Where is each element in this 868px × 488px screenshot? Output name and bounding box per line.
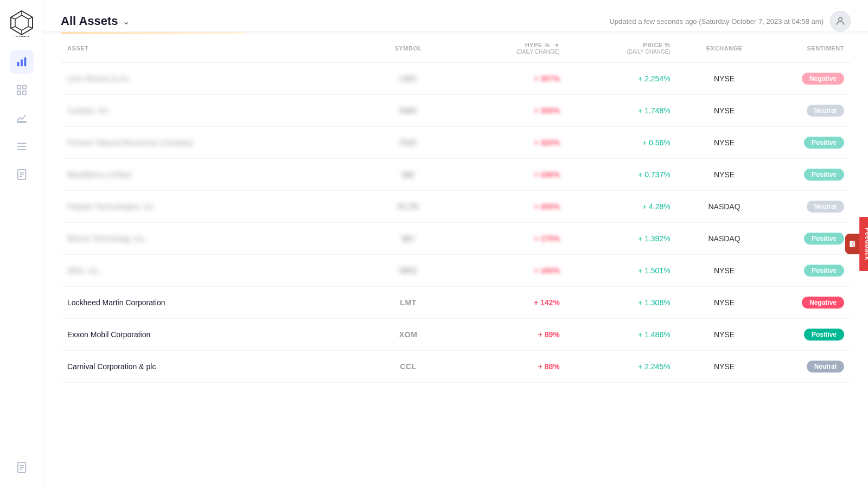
cell-sentiment: Negative xyxy=(771,287,851,319)
logo: HYPDX xyxy=(8,9,36,37)
sentiment-badge: Positive xyxy=(804,233,844,245)
cell-exchange: NYSE xyxy=(677,127,772,159)
table-row: Palantir Technologies, Inc.PLTR+ 200%+ 4… xyxy=(61,191,851,223)
nav-document[interactable] xyxy=(10,163,34,187)
table-row: Micron Technology, Inc.MU+ 175%+ 1.392%N… xyxy=(61,223,851,255)
header: All Assets ⌄ Updated a few seconds ago (… xyxy=(43,0,868,32)
cell-price: + 2.245% xyxy=(566,351,677,383)
svg-marker-1 xyxy=(15,15,28,30)
cell-sentiment: Positive xyxy=(771,159,851,191)
svg-rect-10 xyxy=(21,59,23,66)
cell-price: + 0.737% xyxy=(566,159,677,191)
sentiment-badge: Positive xyxy=(804,169,844,181)
cell-asset: NRG, Inc. xyxy=(61,255,361,287)
cell-hype: + 246% xyxy=(456,159,566,191)
cell-sentiment: Positive xyxy=(771,319,851,351)
cell-symbol: PXD xyxy=(361,127,456,159)
cell-asset: Carnival Corporation & plc xyxy=(61,351,361,383)
cell-hype: + 320% xyxy=(456,127,566,159)
cell-exchange: NYSE xyxy=(677,63,772,95)
cell-asset: Micron Technology, Inc. xyxy=(61,223,361,255)
cell-price: + 4.28% xyxy=(566,191,677,223)
cell-asset: BlackBerry Limited xyxy=(61,159,361,191)
svg-rect-12 xyxy=(17,86,20,89)
nav-dashboard[interactable] xyxy=(10,50,34,74)
sentiment-badge: Neutral xyxy=(807,361,844,373)
cell-price: + 1.748% xyxy=(566,95,677,127)
cell-sentiment: Positive xyxy=(771,127,851,159)
nav-widgets[interactable] xyxy=(10,78,34,102)
cell-exchange: NASDAQ xyxy=(677,191,772,223)
cell-asset: Palantir Technologies, Inc. xyxy=(61,191,361,223)
update-timestamp: Updated a few seconds ago (Saturday Octo… xyxy=(609,17,824,25)
svg-rect-13 xyxy=(22,86,25,89)
svg-rect-14 xyxy=(17,91,20,94)
cell-sentiment: Positive xyxy=(771,255,851,287)
sentiment-badge: Positive xyxy=(804,265,844,277)
svg-line-5 xyxy=(11,17,15,19)
sentiment-badge: Positive xyxy=(804,137,844,149)
svg-rect-9 xyxy=(17,62,19,66)
cell-symbol: CCL xyxy=(361,351,456,383)
cell-symbol: PLTR xyxy=(361,191,456,223)
header-right: Updated a few seconds ago (Saturday Octo… xyxy=(609,11,851,31)
col-header-hype[interactable]: HYPE % ▼ (DAILY CHANGE) xyxy=(456,34,566,63)
cell-hype: + 350% xyxy=(456,95,566,127)
cell-exchange: NYSE xyxy=(677,255,772,287)
cell-asset: Lockheed Martin Corporation xyxy=(61,287,361,319)
table-row: Carnival Corporation & plcCCL+ 88%+ 2.24… xyxy=(61,351,851,383)
cell-symbol: LWC xyxy=(361,63,456,95)
dropdown-icon[interactable]: ⌄ xyxy=(123,16,130,27)
cell-symbol: KMX xyxy=(361,95,456,127)
svg-line-7 xyxy=(11,27,15,28)
feedback-tab[interactable]: Feedback xyxy=(845,217,868,271)
cell-exchange: NYSE xyxy=(677,287,772,319)
cell-hype: + 160% xyxy=(456,255,566,287)
cell-exchange: NYSE xyxy=(677,159,772,191)
col-header-price: PRICE % (DAILY CHANGE) xyxy=(566,34,677,63)
svg-line-6 xyxy=(28,27,33,28)
cell-exchange: NYSE xyxy=(677,351,772,383)
cell-hype: + 200% xyxy=(456,191,566,223)
sort-icon: ▼ xyxy=(554,42,559,48)
main-content: All Assets ⌄ Updated a few seconds ago (… xyxy=(43,0,868,488)
feedback-label[interactable]: Feedback xyxy=(859,217,868,271)
cell-hype: + 142% xyxy=(456,287,566,319)
nav-analytics[interactable] xyxy=(10,106,34,130)
table-row: BlackBerry LimitedBB+ 246%+ 0.737%NYSEPo… xyxy=(61,159,851,191)
sentiment-badge: Positive xyxy=(804,329,844,341)
col-header-sentiment: SENTIMENT xyxy=(771,34,851,63)
cell-symbol: NRG xyxy=(361,255,456,287)
sidebar: HYPDX xyxy=(0,0,43,488)
cell-symbol: LMT xyxy=(361,287,456,319)
cell-sentiment: Positive xyxy=(771,223,851,255)
cell-exchange: NASDAQ xyxy=(677,223,772,255)
page-title: All Assets xyxy=(61,14,118,28)
sentiment-badge: Neutral xyxy=(807,105,844,117)
cell-price: + 1.392% xyxy=(566,223,677,255)
table-row: CarMax, Inc.KMX+ 350%+ 1.748%NYSENeutral xyxy=(61,95,851,127)
cell-asset: CarMax, Inc. xyxy=(61,95,361,127)
user-avatar[interactable] xyxy=(830,11,851,31)
svg-rect-15 xyxy=(22,91,25,94)
table-row: Lockheed Martin CorporationLMT+ 142%+ 1.… xyxy=(61,287,851,319)
cell-sentiment: Neutral xyxy=(771,351,851,383)
cell-price: + 1.501% xyxy=(566,255,677,287)
cell-asset: Exxon Mobil Corporation xyxy=(61,319,361,351)
cell-symbol: XOM xyxy=(361,319,456,351)
cell-symbol: MU xyxy=(361,223,456,255)
sentiment-badge: Neutral xyxy=(807,201,844,213)
table-row: Exxon Mobil CorporationXOM+ 89%+ 1.486%N… xyxy=(61,319,851,351)
sentiment-badge: Negative xyxy=(802,297,844,309)
cell-hype: + 88% xyxy=(456,351,566,383)
cell-price: + 2.254% xyxy=(566,63,677,95)
svg-rect-11 xyxy=(24,57,26,67)
svg-line-4 xyxy=(28,17,33,19)
cell-hype: + 357% xyxy=(456,63,566,95)
cell-hype: + 89% xyxy=(456,319,566,351)
feedback-icon-bar[interactable] xyxy=(845,234,859,254)
nav-menu[interactable] xyxy=(10,134,34,158)
nav-docs-bottom[interactable] xyxy=(10,455,34,479)
table-row: Leor Wixson & Co.LWC+ 357%+ 2.254%NYSENe… xyxy=(61,63,851,95)
col-header-exchange: EXCHANGE xyxy=(677,34,772,63)
